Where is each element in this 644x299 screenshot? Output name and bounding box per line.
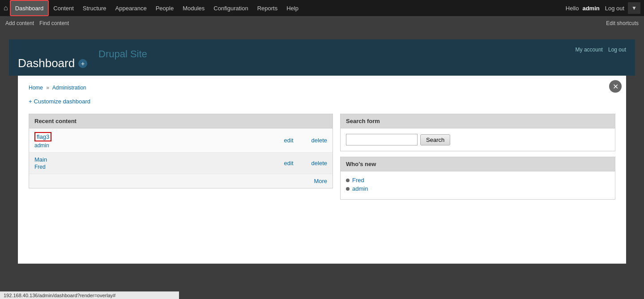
nav-item-content[interactable]: Content	[49, 0, 78, 16]
status-url: 192.168.40.136/admin/dashboard?render=ov…	[4, 293, 115, 298]
whos-new-user-admin[interactable]: admin	[352, 185, 368, 192]
table-row: Main Fred edit delete	[29, 153, 333, 174]
more-link[interactable]: More	[314, 178, 327, 184]
my-account-link[interactable]: My account	[576, 47, 603, 53]
whos-new-user-fred[interactable]: Fred	[352, 177, 364, 184]
delete-link-2[interactable]: delete	[311, 160, 327, 167]
recent-content-panel: Recent content flag3 admin edit delete	[29, 114, 333, 200]
content-actions-1: edit delete	[284, 137, 327, 144]
nav-item-help[interactable]: Help	[282, 0, 303, 16]
nav-item-reports[interactable]: Reports	[253, 0, 282, 16]
content-author-2[interactable]: Fred	[34, 164, 275, 170]
search-form-body: Search	[340, 128, 615, 151]
shortcuts-bar: Add content Find content Edit shortcuts	[0, 16, 644, 30]
bullet-icon	[346, 187, 350, 191]
search-form-panel: Search form Search	[340, 114, 615, 151]
content-columns: Recent content flag3 admin edit delete	[29, 114, 615, 200]
status-bar: 192.168.40.136/admin/dashboard?render=ov…	[0, 291, 179, 299]
search-input-row: Search	[346, 134, 610, 145]
content-main-1: flag3 admin	[34, 132, 275, 149]
customize-icon: +	[29, 98, 32, 105]
nav-item-structure[interactable]: Structure	[78, 0, 111, 16]
whos-new-body: Fred admin	[340, 171, 615, 200]
page-area: My account Log out Dashboard + Drupal Si…	[0, 30, 644, 299]
content-title-flag3[interactable]: flag3	[34, 132, 51, 141]
top-navigation: ⌂ Dashboard Content Structure Appearance…	[0, 0, 644, 16]
nav-items: Dashboard Content Structure Appearance P…	[10, 0, 566, 16]
nav-item-dashboard[interactable]: Dashboard	[10, 0, 49, 16]
shortcut-links: Add content Find content	[5, 20, 69, 26]
recent-content-header: Recent content	[29, 114, 333, 128]
add-content-shortcut[interactable]: Add content	[5, 20, 34, 26]
whos-new-list: Fred admin	[346, 177, 610, 192]
hello-text: Hello	[566, 5, 579, 12]
dashboard-title: Dashboard	[18, 56, 75, 70]
breadcrumb-current[interactable]: Administration	[52, 85, 86, 91]
customize-dashboard-link[interactable]: + Customize dashboard	[29, 98, 90, 105]
search-button[interactable]: Search	[420, 134, 450, 145]
more-row: More	[29, 174, 333, 188]
add-dashboard-button[interactable]: +	[78, 59, 87, 68]
nav-item-modules[interactable]: Modules	[178, 0, 209, 16]
right-panels: Search form Search Who's new	[340, 114, 615, 200]
find-content-shortcut[interactable]: Find content	[39, 20, 69, 26]
edit-link-2[interactable]: edit	[284, 160, 294, 167]
overlay-modal: ✕ Home » Administration + Customize dash…	[18, 76, 626, 264]
search-form-header: Search form	[340, 114, 615, 128]
whos-new-panel: Who's new Fred admin	[340, 157, 615, 200]
edit-shortcuts-link[interactable]: Edit shortcuts	[606, 20, 639, 26]
nav-right: Hello admin Log out ▼	[566, 2, 640, 14]
dashboard-header: My account Log out Dashboard + Drupal Si…	[9, 39, 635, 76]
edit-link-1[interactable]: edit	[284, 137, 294, 144]
bullet-icon	[346, 179, 350, 182]
list-item: admin	[346, 185, 610, 192]
nav-item-configuration[interactable]: Configuration	[209, 0, 252, 16]
logout-link[interactable]: Log out	[605, 5, 624, 12]
recent-content-body: flag3 admin edit delete Main Fred	[29, 128, 333, 188]
content-actions-2: edit delete	[284, 160, 327, 167]
nav-item-people[interactable]: People	[151, 0, 178, 16]
table-row: flag3 admin edit delete	[29, 128, 333, 153]
close-button[interactable]: ✕	[609, 80, 622, 93]
customize-label: Customize dashboard	[34, 98, 90, 105]
nav-item-appearance[interactable]: Appearance	[111, 0, 151, 16]
site-name: Drupal Site	[98, 48, 147, 60]
search-input[interactable]	[346, 134, 418, 145]
breadcrumb: Home » Administration	[29, 85, 615, 91]
nav-dropdown-button[interactable]: ▼	[628, 2, 640, 14]
top-logout-link[interactable]: Log out	[608, 47, 626, 53]
breadcrumb-separator: »	[46, 85, 49, 91]
dashboard-title-row: Dashboard + Drupal Site	[18, 56, 626, 76]
username-text: admin	[582, 5, 599, 12]
content-title-main[interactable]: Main	[34, 156, 47, 163]
home-icon[interactable]: ⌂	[4, 4, 8, 12]
content-main-2: Main Fred	[34, 156, 275, 170]
list-item: Fred	[346, 177, 610, 184]
breadcrumb-home[interactable]: Home	[29, 85, 43, 91]
content-author-1[interactable]: admin	[34, 142, 275, 149]
delete-link-1[interactable]: delete	[311, 137, 327, 144]
whos-new-header: Who's new	[340, 157, 615, 171]
